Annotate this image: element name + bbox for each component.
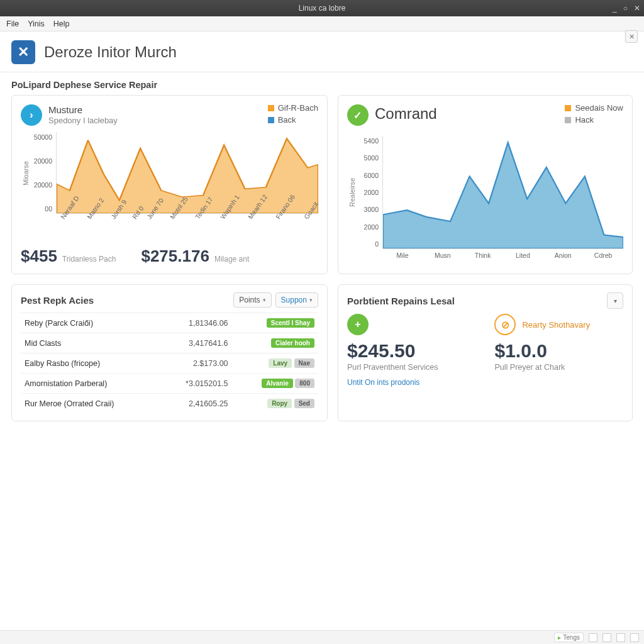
window-close-icon[interactable]: ✕ (634, 4, 640, 13)
ytick: 0 (358, 240, 379, 248)
card-list-title: Pest Repk Acies (21, 295, 94, 306)
metric-value: $455 (21, 247, 57, 266)
arrow-right-icon: › (21, 104, 42, 126)
table-row[interactable]: Mid Clasts3,417641.6Cialer hooh (21, 333, 318, 353)
row-pills: Lavy Nae (232, 353, 318, 374)
close-tab-button[interactable]: ✕ (625, 30, 638, 43)
yaxis-label: Mioarse (21, 132, 31, 214)
row-value: 2.$173.00 (160, 353, 232, 374)
xtick: Cdreb (583, 249, 623, 259)
xtick: Lited (503, 249, 543, 259)
menu-file[interactable]: File (6, 19, 19, 28)
row-value: *3.015201.5 (160, 374, 232, 394)
table-row[interactable]: Rur Meroe (Orrated Craii)2,41605.25Ropy … (21, 394, 318, 414)
card-list-head: Pest Repk Acies Points ▾ Suppon ▾ (21, 292, 318, 308)
points-dropdown[interactable]: Points ▾ (233, 292, 271, 308)
row-value: 1,81346.06 (160, 313, 232, 333)
card-musture-title: Musture (48, 104, 118, 116)
row-value: 3,417641.6 (160, 333, 232, 353)
support-dropdown[interactable]: Suppon ▾ (275, 292, 318, 308)
card-summary: Porbtient Repains Lesal ▾ + $245.50 Purl… (338, 284, 633, 421)
status-square-button[interactable] (589, 633, 597, 642)
card-musture: › Musture Spedony I lacłebay Gif-R-Bach … (11, 95, 328, 274)
xaxis-ticks: Mile Musn Think Lited Anion Cdreb (382, 249, 623, 259)
row-value: 2,41605.25 (160, 394, 232, 414)
ytick: 20000 (32, 181, 52, 189)
statusbar: ▸ Tengs (0, 630, 644, 644)
xtick: Musn (423, 249, 463, 259)
legend-swatch-icon (565, 105, 571, 111)
status-square-button[interactable] (630, 633, 639, 642)
cards-grid: › Musture Spedony I lacłebay Gif-R-Bach … (0, 95, 644, 421)
window-controls: _ ○ ✕ (613, 0, 640, 16)
status-pill: 800 (295, 379, 314, 388)
window-title: Linux ca lobre (299, 4, 346, 13)
table-row[interactable]: Amornistation Parberal)*3.015201.5Alvani… (21, 374, 318, 394)
summary-desc: Purl Praventhent Services (347, 363, 476, 372)
card-comrand: ✓ Comrand Seedais Now Hack Realeirse 540… (338, 95, 633, 274)
row-pills: Scentl I Shay (232, 313, 318, 333)
summary-col-2: ⊘ Rearty Shothavary $1.0.0 Pull Preyer a… (494, 314, 623, 387)
chevron-down-icon: ▾ (614, 297, 617, 304)
legend-label: Hack (575, 115, 594, 125)
window-max-icon[interactable]: ○ (623, 4, 628, 13)
summary-desc: Pull Preyer at Chark (494, 363, 623, 372)
legend-swatch-icon (565, 117, 571, 123)
card-summary-title: Porbtient Repains Lesal (347, 296, 455, 306)
row-name: Reby (Parck Craiői) (21, 313, 160, 333)
row-pills: Cialer hooh (232, 333, 318, 353)
card-list: Pest Repk Acies Points ▾ Suppon ▾ Reby (… (11, 284, 328, 421)
plus-icon: + (347, 314, 369, 335)
table-row[interactable]: Ealby Rasbo (fricope)2.$173.00Lavy Nae (21, 353, 318, 374)
status-chip-label: Tengs (563, 634, 580, 641)
status-pill: Sed (294, 399, 314, 408)
chevron-down-icon: ▾ (263, 297, 266, 303)
list-table: Reby (Parck Craiői)1,81346.06Scentl I Sh… (21, 313, 318, 413)
xaxis-ticks: Neraaf D Matrio 2 Jorsh 9 Rd 0 June 70 M… (56, 214, 318, 225)
card-summary-dropdown[interactable]: ▾ (607, 292, 623, 309)
summary-orange-link[interactable]: Rearty Shothavary (522, 320, 590, 330)
card-musture-legend: Gif-R-Bach Back (268, 103, 318, 127)
card-summary-head: Porbtient Repains Lesal ▾ (347, 292, 623, 309)
status-pill: Scentl I Shay (267, 318, 314, 328)
card-musture-subtitle: Spedony I lacłebay (48, 116, 118, 126)
card-comrand-chart: Realeirse 5400 5000 6000 2000 3000 2000 … (347, 136, 623, 249)
tag-icon: ▸ (558, 634, 561, 641)
xtick: Think (463, 249, 503, 259)
ytick: 2000 (358, 189, 379, 196)
row-pills: Ropy Sed (232, 394, 318, 414)
xtick: Anion (543, 249, 583, 259)
row-name: Rur Meroe (Orrated Craii) (21, 394, 160, 414)
row-name: Mid Clasts (21, 333, 160, 353)
window-min-icon[interactable]: _ (613, 4, 617, 13)
chevron-down-icon: ▾ (309, 297, 313, 303)
window-titlebar: Linux ca lobre _ ○ ✕ (0, 0, 644, 16)
app-header: ✕ Deroze Initor Murch ✕ (0, 31, 644, 72)
menu-help[interactable]: Help (53, 19, 70, 28)
table-row[interactable]: Reby (Parck Craiői)1,81346.06Scentl I Sh… (21, 313, 318, 333)
dropdown-label: Points (239, 296, 260, 304)
yaxis-ticks: 5400 5000 6000 2000 3000 2000 0 (357, 136, 382, 249)
dropdown-label: Suppon (281, 296, 307, 304)
summary-value: $1.0.0 (494, 340, 623, 362)
menubar: File Yinis Help (0, 16, 644, 31)
legend-label: Seedais Now (575, 103, 623, 113)
status-square-button[interactable] (616, 633, 625, 642)
area-chart-svg (383, 136, 623, 248)
status-square-button[interactable] (602, 633, 611, 642)
metric-label: Tridanless Pach (62, 255, 116, 264)
menu-yinis[interactable]: Yinis (28, 19, 45, 28)
close-icon: ✕ (629, 33, 635, 41)
row-name: Ealby Rasbo (fricope) (21, 353, 160, 374)
summary-columns: + $245.50 Purl Praventhent Services Unti… (347, 314, 623, 387)
card-musture-head: › Musture Spedony I lacłebay Gif-R-Bach … (21, 103, 318, 127)
status-pill: Nae (294, 358, 314, 368)
summary-link[interactable]: Untit On ints prodonis (347, 378, 476, 387)
card-musture-metrics: $455 Tridanless Pach $275.176 Milage ant (21, 247, 318, 266)
status-pill: Lavy (269, 358, 292, 368)
status-chip[interactable]: ▸ Tengs (554, 633, 584, 642)
check-icon: ✓ (347, 104, 369, 126)
app-icon-glyph: ✕ (18, 44, 29, 60)
legend-swatch-icon (268, 117, 274, 123)
app-icon: ✕ (11, 40, 35, 64)
